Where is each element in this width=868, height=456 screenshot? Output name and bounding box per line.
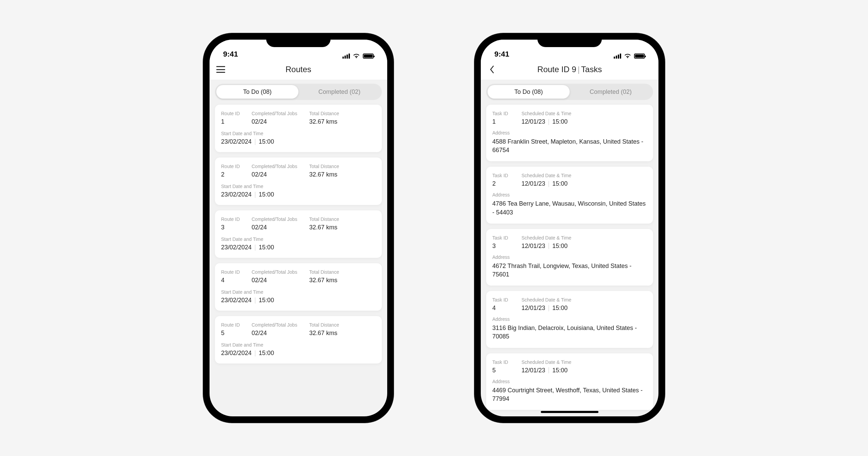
scheduled-time-value: 15:00 <box>552 243 568 250</box>
routes-list[interactable]: Route ID1 Completed/Total Jobs02/24 Tota… <box>210 103 387 416</box>
tab-todo[interactable]: To Do (08) <box>216 85 298 99</box>
task-card[interactable]: Task ID5 Scheduled Date & Time 12/01/231… <box>486 353 653 410</box>
distance-value: 32.67 kms <box>309 171 376 178</box>
task-id-value: 4 <box>492 305 521 312</box>
title-divider-icon: | <box>578 65 580 74</box>
scheduled-date-value: 12/01/23 <box>521 305 545 312</box>
distance-label: Total Distance <box>309 111 376 116</box>
jobs-value: 02/24 <box>252 277 309 284</box>
tab-todo[interactable]: To Do (08) <box>488 85 570 99</box>
distance-value: 32.67 kms <box>309 330 376 337</box>
jobs-label: Completed/Total Jobs <box>252 269 309 275</box>
route-id-value: 2 <box>221 171 252 178</box>
notch <box>266 34 331 47</box>
scheduled-label: Scheduled Date & Time <box>521 235 647 241</box>
jobs-label: Completed/Total Jobs <box>252 164 309 169</box>
task-card[interactable]: Task ID4 Scheduled Date & Time 12/01/231… <box>486 291 653 348</box>
phone-tasks: 9:41 Route ID 9|Tasks To Do (08) Complet… <box>475 34 665 422</box>
address-label: Address <box>492 316 647 322</box>
address-label: Address <box>492 254 647 260</box>
separator-icon <box>255 297 255 304</box>
task-id-value: 2 <box>492 180 521 187</box>
tabs-container: To Do (08) Completed (02) <box>481 80 658 103</box>
screen-routes: 9:41 Routes To Do (08) Completed (02) <box>210 40 387 416</box>
page-title: Route ID 9|Tasks <box>481 65 658 74</box>
address-value: 4469 Courtright Street, Westhoff, Texas,… <box>492 386 647 403</box>
tabs-container: To Do (08) Completed (02) <box>210 80 387 103</box>
screen-tasks: 9:41 Route ID 9|Tasks To Do (08) Complet… <box>481 40 658 416</box>
start-dt-label: Start Date and Time <box>221 289 376 295</box>
distance-label: Total Distance <box>309 164 376 169</box>
battery-icon <box>363 54 374 59</box>
route-card[interactable]: Route ID1 Completed/Total Jobs02/24 Tota… <box>215 105 382 152</box>
notch <box>537 34 602 47</box>
route-id-label: Route ID <box>221 322 252 328</box>
distance-value: 32.67 kms <box>309 224 376 231</box>
start-date-value: 23/02/2024 <box>221 138 252 145</box>
jobs-value: 02/24 <box>252 224 309 231</box>
start-date-value: 23/02/2024 <box>221 297 252 304</box>
task-id-value: 5 <box>492 367 521 374</box>
address-value: 3116 Big Indian, Delacroix, Louisiana, U… <box>492 324 647 341</box>
wifi-icon <box>353 53 360 59</box>
title-route-id: Route ID 9 <box>537 65 576 74</box>
task-card[interactable]: Task ID2 Scheduled Date & Time 12/01/231… <box>486 167 653 223</box>
distance-value: 32.67 kms <box>309 118 376 125</box>
address-value: 4672 Thrash Trail, Longview, Texas, Unit… <box>492 262 647 279</box>
task-card[interactable]: Task ID1 Scheduled Date & Time 12/01/231… <box>486 105 653 161</box>
jobs-label: Completed/Total Jobs <box>252 322 309 328</box>
app-header: Routes <box>210 61 387 80</box>
start-date-value: 23/02/2024 <box>221 350 252 357</box>
route-id-label: Route ID <box>221 111 252 116</box>
scheduled-date-value: 12/01/23 <box>521 367 545 374</box>
cellular-icon <box>614 54 621 59</box>
scheduled-time-value: 15:00 <box>552 367 568 374</box>
phone-routes: 9:41 Routes To Do (08) Completed (02) <box>203 34 393 422</box>
back-icon[interactable] <box>488 65 496 74</box>
address-label: Address <box>492 379 647 384</box>
distance-value: 32.67 kms <box>309 277 376 284</box>
home-indicator[interactable] <box>541 411 598 413</box>
route-card[interactable]: Route ID5 Completed/Total Jobs02/24 Tota… <box>215 316 382 364</box>
segmented-control: To Do (08) Completed (02) <box>486 84 653 100</box>
route-id-value: 3 <box>221 224 252 231</box>
address-value: 4786 Tea Berry Lane, Wausau, Wisconsin, … <box>492 200 647 216</box>
separator-icon <box>255 350 255 356</box>
start-time-value: 15:00 <box>259 244 274 251</box>
separator-icon <box>549 243 549 249</box>
title-tasks: Tasks <box>581 65 602 74</box>
wifi-icon <box>624 53 631 59</box>
route-card[interactable]: Route ID2 Completed/Total Jobs02/24 Tota… <box>215 158 382 205</box>
start-time-value: 15:00 <box>259 350 274 357</box>
scheduled-label: Scheduled Date & Time <box>521 173 647 178</box>
route-id-label: Route ID <box>221 269 252 275</box>
task-id-label: Task ID <box>492 173 521 178</box>
task-id-label: Task ID <box>492 111 521 116</box>
task-id-label: Task ID <box>492 359 521 365</box>
address-label: Address <box>492 130 647 136</box>
route-id-value: 1 <box>221 118 252 125</box>
start-dt-label: Start Date and Time <box>221 342 376 348</box>
status-time: 9:41 <box>223 50 238 59</box>
address-value: 4588 Franklin Street, Mapleton, Kansas, … <box>492 138 647 154</box>
status-time: 9:41 <box>494 50 509 59</box>
tab-completed[interactable]: Completed (02) <box>298 85 380 99</box>
task-id-label: Task ID <box>492 235 521 241</box>
cellular-icon <box>342 54 350 59</box>
jobs-value: 02/24 <box>252 330 309 337</box>
task-id-value: 1 <box>492 118 521 125</box>
task-id-value: 3 <box>492 243 521 250</box>
tab-completed[interactable]: Completed (02) <box>570 85 652 99</box>
route-card[interactable]: Route ID4 Completed/Total Jobs02/24 Tota… <box>215 263 382 311</box>
jobs-label: Completed/Total Jobs <box>252 111 309 116</box>
route-id-label: Route ID <box>221 216 252 222</box>
task-id-label: Task ID <box>492 297 521 303</box>
scheduled-time-value: 15:00 <box>552 180 568 187</box>
start-time-value: 15:00 <box>259 191 274 198</box>
task-card[interactable]: Task ID3 Scheduled Date & Time 12/01/231… <box>486 229 653 286</box>
scheduled-date-value: 12/01/23 <box>521 243 545 250</box>
menu-icon[interactable] <box>216 66 225 73</box>
distance-label: Total Distance <box>309 269 376 275</box>
tasks-list[interactable]: Task ID1 Scheduled Date & Time 12/01/231… <box>481 103 658 416</box>
route-card[interactable]: Route ID3 Completed/Total Jobs02/24 Tota… <box>215 210 382 258</box>
